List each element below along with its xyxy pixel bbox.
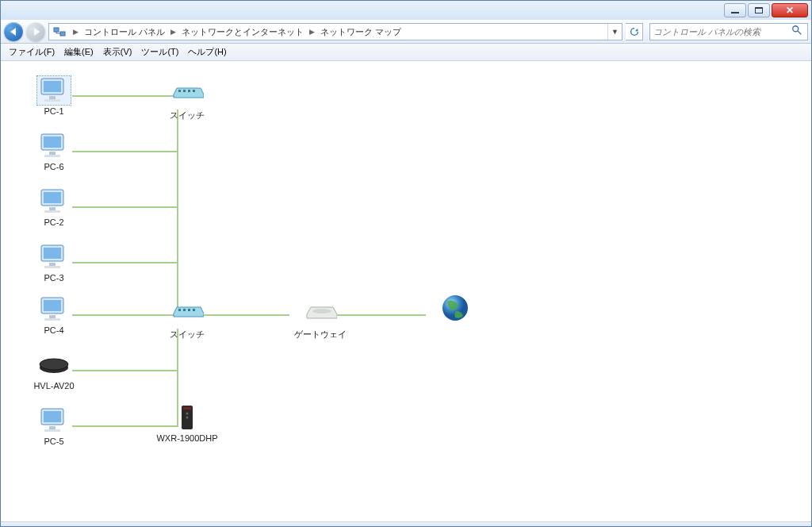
close-button[interactable]: ✕ [772, 3, 808, 17]
svg-rect-27 [44, 411, 61, 422]
node-label: PC-3 [18, 273, 90, 283]
svg-point-2 [793, 26, 799, 32]
menu-file[interactable]: ファイル(F) [4, 44, 59, 60]
computer-icon [37, 187, 71, 216]
svg-rect-15 [44, 210, 60, 213]
node-pc1[interactable]: PC-1 [18, 76, 90, 116]
svg-rect-35 [183, 309, 186, 311]
statusbar [1, 521, 811, 526]
menu-view[interactable]: 表示(V) [98, 44, 137, 60]
titlebar: ✕ [1, 1, 811, 20]
breadcrumb-root[interactable]: コントロール パネル [82, 24, 167, 40]
node-label: スイッチ [151, 110, 223, 121]
svg-rect-32 [188, 90, 190, 92]
node-label: PC-1 [18, 106, 90, 116]
svg-point-41 [186, 417, 189, 419]
svg-rect-21 [44, 300, 61, 311]
chevron-right-icon: ▶ [167, 28, 179, 36]
svg-point-42 [312, 309, 331, 314]
computer-icon [37, 132, 71, 160]
computer-icon [37, 295, 71, 324]
svg-rect-11 [44, 155, 60, 157]
menubar: ファイル(F) 編集(E) 表示(V) ツール(T) ヘルプ(H) [1, 44, 811, 61]
svg-rect-22 [49, 315, 56, 318]
chevron-right-icon: ▶ [306, 28, 318, 36]
content-area: PC-1 PC-6 PC-2 PC-3 PC-4 HVL-AV20 [1, 61, 811, 521]
node-pc5[interactable]: PC-5 [18, 406, 90, 446]
router-icon [170, 403, 204, 432]
svg-rect-36 [188, 309, 190, 311]
svg-rect-17 [44, 248, 61, 259]
svg-rect-0 [54, 28, 59, 32]
svg-rect-6 [49, 96, 56, 99]
node-gateway[interactable]: ゲートウェイ [285, 298, 356, 340]
svg-rect-37 [193, 309, 195, 311]
back-button[interactable] [4, 22, 23, 41]
address-bar[interactable]: ▶ コントロール パネル ▶ ネットワークとインターネット ▶ ネットワーク マ… [48, 23, 622, 40]
network-map: PC-1 PC-6 PC-2 PC-3 PC-4 HVL-AV20 [1, 62, 811, 521]
node-switch1[interactable]: スイッチ [151, 79, 223, 121]
switch-icon [170, 298, 204, 327]
svg-rect-18 [49, 263, 56, 266]
computer-icon [37, 76, 71, 105]
svg-rect-7 [44, 99, 60, 102]
node-pc2[interactable]: PC-2 [18, 187, 90, 227]
svg-rect-5 [44, 81, 61, 92]
gateway-icon [304, 298, 337, 327]
storage-icon [37, 351, 71, 379]
minimize-button[interactable] [724, 3, 746, 17]
svg-point-40 [186, 413, 189, 415]
computer-icon [37, 406, 71, 435]
chevron-right-icon: ▶ [70, 28, 82, 36]
svg-rect-31 [183, 90, 186, 92]
svg-rect-30 [178, 90, 181, 92]
breadcrumb-mid[interactable]: ネットワークとインターネット [179, 24, 306, 40]
switch-icon [170, 79, 204, 108]
svg-rect-39 [183, 407, 191, 410]
svg-rect-10 [49, 152, 56, 155]
node-label: HVL-AV20 [18, 381, 90, 390]
node-label: WXR-1900DHP [151, 433, 223, 443]
node-wxr[interactable]: WXR-1900DHP [151, 403, 223, 443]
search-input[interactable] [653, 27, 791, 37]
node-label: ゲートウェイ [285, 329, 356, 340]
svg-rect-23 [44, 318, 60, 321]
node-label: PC-4 [18, 325, 90, 335]
menu-edit[interactable]: 編集(E) [59, 44, 98, 60]
svg-rect-13 [44, 192, 61, 203]
node-label: PC-2 [18, 217, 90, 227]
globe-icon [439, 294, 472, 322]
svg-rect-28 [49, 426, 56, 429]
breadcrumb-leaf[interactable]: ネットワーク マップ [318, 24, 404, 40]
navbar: ▶ コントロール パネル ▶ ネットワークとインターネット ▶ ネットワーク マ… [1, 20, 811, 44]
node-label: PC-6 [18, 162, 90, 171]
node-switch2[interactable]: スイッチ [151, 298, 223, 340]
svg-line-3 [798, 31, 801, 34]
node-label: スイッチ [151, 329, 223, 340]
svg-rect-33 [193, 90, 195, 92]
node-internet[interactable] [419, 294, 491, 322]
computer-icon [37, 243, 71, 271]
svg-rect-14 [49, 207, 56, 210]
refresh-button[interactable] [626, 23, 643, 40]
maximize-button[interactable] [748, 3, 770, 17]
node-hvl[interactable]: HVL-AV20 [18, 351, 90, 390]
svg-rect-19 [44, 266, 60, 268]
network-icon [52, 25, 67, 39]
node-label: PC-5 [18, 437, 90, 446]
svg-rect-34 [178, 309, 181, 311]
window: ✕ ▶ コントロール パネル ▶ ネットワークとインターネット ▶ ネットワーク… [0, 0, 812, 527]
svg-rect-9 [44, 137, 61, 148]
svg-rect-29 [44, 429, 60, 432]
node-pc4[interactable]: PC-4 [18, 295, 90, 335]
menu-tools[interactable]: ツール(T) [136, 44, 183, 60]
search-icon [791, 25, 804, 39]
menu-help[interactable]: ヘルプ(H) [183, 44, 231, 60]
node-pc6[interactable]: PC-6 [18, 132, 90, 171]
node-pc3[interactable]: PC-3 [18, 243, 90, 283]
search-box[interactable] [649, 23, 808, 40]
address-dropdown[interactable]: ▼ [607, 24, 622, 40]
forward-button[interactable] [26, 22, 45, 41]
svg-point-25 [40, 359, 68, 370]
